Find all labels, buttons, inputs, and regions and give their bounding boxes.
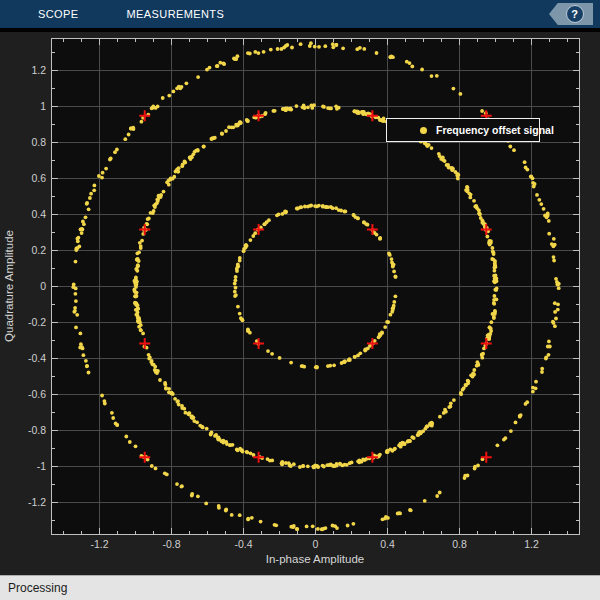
plot-axes[interactable]: Frequency offset signal xyxy=(51,38,580,535)
y-axis-label: Quadrature Amplitude xyxy=(3,230,15,342)
figure-area: Frequency offset signal -1.2-0.8-0.400.4… xyxy=(0,32,600,575)
y-tick-label: 0.4 xyxy=(0,208,46,221)
x-tick-label: -0.4 xyxy=(234,538,252,551)
legend-marker-dot xyxy=(420,127,427,134)
x-tick-label: -1.2 xyxy=(90,538,108,551)
y-tick-label: -1 xyxy=(0,460,46,473)
constellation-diagram-window: SCOPE MEASUREMENTS ? Frequency offset si… xyxy=(0,0,600,600)
x-tick-label: 1.2 xyxy=(524,538,539,551)
x-axis-label: In-phase Amplitude xyxy=(266,553,364,565)
legend-label: Frequency offset signal xyxy=(436,124,554,136)
status-bar: Processing xyxy=(0,575,600,600)
tab-scope[interactable]: SCOPE xyxy=(14,0,103,28)
legend[interactable]: Frequency offset signal xyxy=(386,118,540,142)
y-tick-label: -1.2 xyxy=(0,496,46,509)
help-button[interactable]: ? xyxy=(549,3,593,25)
y-tick-label: -0.8 xyxy=(0,424,46,437)
y-tick-label: 0.8 xyxy=(0,136,46,149)
y-tick-label: -0.4 xyxy=(0,352,46,365)
y-tick-label: -0.6 xyxy=(0,388,46,401)
y-tick-label: 1 xyxy=(0,100,46,113)
x-tick-label: 0.8 xyxy=(452,538,467,551)
toolstrip: SCOPE MEASUREMENTS ? xyxy=(0,0,600,28)
x-tick-label: 0.4 xyxy=(380,538,395,551)
status-text: Processing xyxy=(0,581,67,595)
y-tick-label: 0.6 xyxy=(0,172,46,185)
help-icon: ? xyxy=(566,5,584,23)
x-tick-label: -0.8 xyxy=(162,538,180,551)
x-tick-label: 0 xyxy=(313,538,319,551)
y-tick-label: 1.2 xyxy=(0,64,46,77)
tab-measurements[interactable]: MEASUREMENTS xyxy=(103,0,249,28)
constellation-plot[interactable] xyxy=(52,39,579,534)
